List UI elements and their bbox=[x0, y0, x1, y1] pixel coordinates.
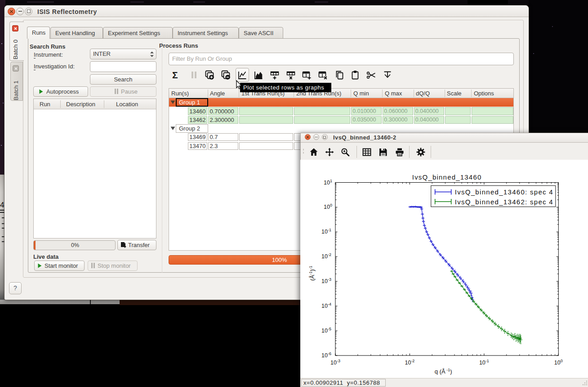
svg-text:IvsQ_binned_13462: spec 4: IvsQ_binned_13462: spec 4 bbox=[455, 198, 553, 206]
svg-text:IvsQ_binned_13460: IvsQ_binned_13460 bbox=[412, 173, 482, 181]
svg-text:IvsQ_binned_13460: spec 4: IvsQ_binned_13460: spec 4 bbox=[455, 188, 553, 196]
